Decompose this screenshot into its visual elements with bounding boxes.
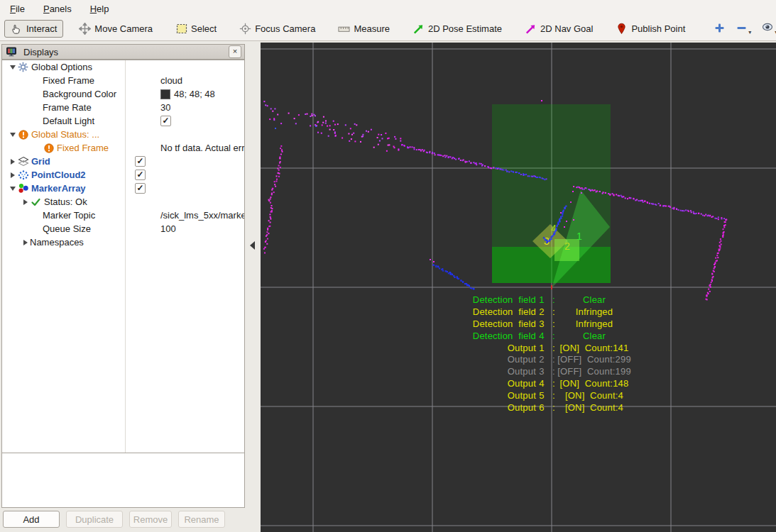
panel-close-button[interactable]: ×: [229, 45, 241, 58]
expander-down-icon[interactable]: [8, 65, 17, 70]
tree-label: Grid: [31, 156, 50, 167]
tool-label: Select: [191, 23, 217, 34]
menu-panels[interactable]: Panels: [43, 4, 72, 14]
tree-row-markerarray[interactable]: MarkerArray✓: [2, 182, 244, 195]
tree-value-cell[interactable]: 48; 48; 48: [156, 89, 215, 99]
tool-camera-eye[interactable]: ▾: [761, 22, 776, 35]
tool-focus-camera[interactable]: Focus Camera: [235, 20, 319, 38]
tool-2d-pose-estimate[interactable]: 2D Pose Estimate: [408, 20, 506, 38]
expander-right-icon[interactable]: [8, 159, 17, 165]
overlay-colon: :: [552, 294, 555, 305]
overlay-colon: :: [552, 378, 555, 389]
menu-help[interactable]: Help: [90, 4, 109, 14]
tool-interact[interactable]: Interact: [4, 20, 63, 38]
default-light-checkbox[interactable]: ✓: [160, 116, 171, 126]
overlay-colon: :: [552, 343, 555, 353]
displays-monitor-icon: [5, 47, 17, 57]
origin-axis-tick: [551, 285, 552, 289]
render-viewport[interactable]: 1234 Detection field1:ClearDetection fie…: [261, 43, 776, 532]
tree-label: Global Status: ...: [31, 129, 99, 140]
tree-name-cell: Status: Ok: [2, 196, 143, 207]
overlay-value: [ON] Count:148: [560, 378, 629, 389]
display-action-buttons: AddDuplicateRemoveRename: [3, 511, 225, 528]
expander-right-icon[interactable]: [8, 172, 17, 178]
tree-value-cell[interactable]: cloud: [156, 75, 182, 86]
overlay-row-output-2: Output2:[OFF] Count:299: [472, 353, 628, 365]
tree-value-cell[interactable]: ✓: [131, 170, 146, 180]
tool-label: 2D Nav Goal: [540, 23, 593, 34]
tree-value-cell[interactable]: 100: [156, 223, 176, 234]
tree-row-status-ok[interactable]: Status: Ok: [2, 195, 244, 209]
tool-zoom-in-plus[interactable]: [714, 22, 726, 36]
tree-row-default-light[interactable]: Default Light✓: [2, 114, 244, 128]
tree-row-grid[interactable]: Grid✓: [2, 155, 244, 168]
tree-row-marker-topic[interactable]: Marker Topic/sick_lms_5xx/marker: [2, 209, 244, 222]
overlay-number: 4: [539, 378, 544, 389]
pointcloud-icon: [17, 170, 29, 180]
tree-row-global-status[interactable]: Global Status: ...: [2, 128, 244, 141]
expander-down-icon[interactable]: [8, 187, 17, 191]
tool-select[interactable]: Select: [171, 20, 221, 38]
tree-row-background-color[interactable]: Background Color48; 48; 48: [2, 87, 244, 101]
overlay-colon: :: [552, 318, 555, 329]
overlay-row-detection-2: Detection field2:Infringed: [472, 306, 628, 318]
tree-row-frame-rate[interactable]: Frame Rate30: [2, 101, 244, 114]
overlay-colon: :: [552, 331, 555, 341]
pointcloud2-checkbox[interactable]: ✓: [135, 170, 146, 180]
overlay-colon: :: [552, 402, 555, 413]
viewport-canvas: 1234: [261, 43, 776, 532]
displays-panel-header[interactable]: Displays ×: [1, 44, 245, 60]
tree-value-cell[interactable]: 30: [156, 102, 170, 113]
nav-goal-arrow-icon: [525, 23, 537, 35]
overlay-colon: :: [552, 390, 555, 401]
displays-tree: Global OptionsFixed FramecloudBackground…: [1, 60, 245, 489]
overlay-row-output-1: Output1:[ON] Count:141: [472, 342, 628, 354]
overlay-number: 2: [539, 306, 544, 317]
tree-value-cell[interactable]: ✓: [131, 156, 146, 167]
tool-label: Move Camera: [94, 23, 153, 34]
tree-name-cell: Default Light: [2, 116, 156, 126]
overlay-row-output-3: Output3:[OFF] Count:199: [472, 365, 628, 377]
expander-right-icon[interactable]: [21, 199, 30, 205]
tool-zoom-out-minus[interactable]: ▾: [736, 22, 751, 36]
tree-label: Frame Rate: [43, 102, 92, 113]
overlay-label: Output: [508, 343, 536, 353]
value-text: /sick_lms_5xx/marker: [160, 210, 244, 221]
background-color-swatch[interactable]: [160, 89, 170, 99]
menu-file[interactable]: File: [10, 4, 25, 14]
tree-row-fixed-frame[interactable]: Fixed Framecloud: [2, 74, 244, 87]
overlay-value: [ON] Count:4: [565, 390, 623, 401]
tree-row-namespaces[interactable]: Namespaces: [2, 235, 244, 249]
rviz-window: FilePanelsHelp InteractMove CameraSelect…: [0, 0, 776, 532]
overlay-label: Detection field: [473, 306, 536, 317]
tree-value-cell[interactable]: ✓: [131, 183, 146, 194]
overlay-number: 3: [539, 318, 544, 329]
expander-down-icon[interactable]: [8, 133, 17, 137]
tree-value-cell[interactable]: No tf data. Actual err...: [156, 143, 244, 153]
markerarray-checkbox[interactable]: ✓: [135, 183, 146, 194]
tree-value-cell[interactable]: ✓: [156, 116, 171, 126]
expander-right-icon[interactable]: [21, 240, 30, 245]
overlay-colon: :: [552, 306, 555, 317]
tree-row-global-options[interactable]: Global Options: [2, 60, 244, 74]
remove-button[interactable]: Remove: [129, 511, 172, 528]
tool-measure[interactable]: Measure: [334, 20, 394, 38]
tree-row-queue-size[interactable]: Queue Size100: [2, 222, 244, 235]
tool-move-camera[interactable]: Move Camera: [75, 20, 157, 38]
panel-collapse-arrow[interactable]: [250, 241, 255, 250]
toolbar: InteractMove CameraSelectFocus CameraMea…: [0, 17, 776, 41]
add-button[interactable]: Add: [3, 511, 60, 528]
dropdown-caret-icon[interactable]: ▾: [748, 29, 751, 35]
tool-2d-nav-goal[interactable]: 2D Nav Goal: [520, 20, 597, 38]
tool-label: Interact: [26, 23, 57, 34]
tree-row-status-fixed-frame[interactable]: Fixed FrameNo tf data. Actual err...: [2, 141, 244, 155]
tool-publish-point[interactable]: Publish Point: [611, 20, 689, 38]
tree-value-cell[interactable]: /sick_lms_5xx/marker: [156, 210, 244, 221]
overlay-row-output-4: Output4:[ON] Count:148: [472, 377, 628, 389]
duplicate-button[interactable]: Duplicate: [66, 511, 123, 528]
tree-label: Fixed Frame: [57, 143, 109, 153]
grid-checkbox[interactable]: ✓: [135, 156, 146, 167]
rename-button[interactable]: Rename: [178, 511, 225, 528]
overlay-number: 5: [539, 390, 544, 401]
tree-row-pointcloud2[interactable]: PointCloud2✓: [2, 168, 244, 182]
